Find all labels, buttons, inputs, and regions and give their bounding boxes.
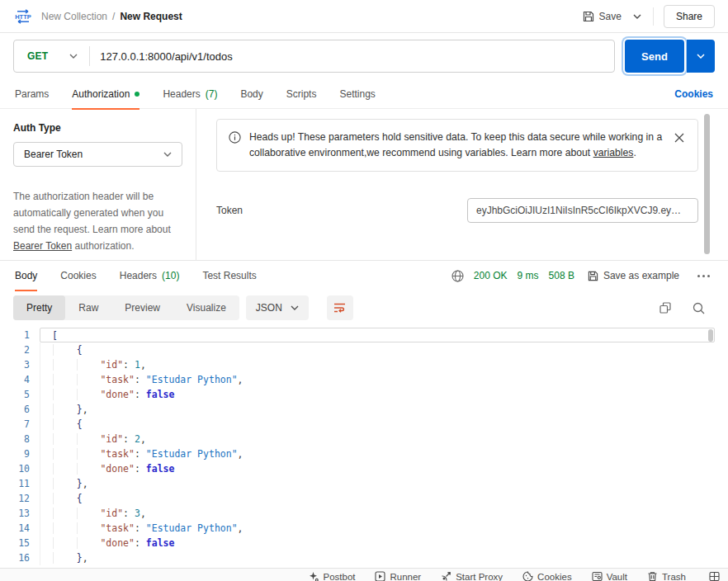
- cookies-link[interactable]: Cookies: [674, 88, 713, 100]
- save-as-example-label: Save as example: [603, 270, 679, 281]
- trash-button[interactable]: Trash: [647, 571, 686, 581]
- save-as-example-button[interactable]: Save as example: [588, 270, 679, 281]
- tab-params[interactable]: Params: [15, 79, 49, 109]
- code-line[interactable]: 4 "task": "Estudar Python",: [0, 372, 728, 387]
- line-number: 2: [0, 342, 40, 357]
- code-text: "id": 2,: [40, 432, 715, 446]
- auth-description: The authorization header will be automat…: [13, 188, 182, 254]
- auth-type-select[interactable]: Bearer Token: [13, 142, 182, 167]
- tab-authorization[interactable]: Authorization: [72, 79, 139, 109]
- wrap-lines-button[interactable]: [327, 295, 353, 320]
- response-view-toolbar: Pretty Raw Preview Visualize JSON: [0, 290, 728, 325]
- status-badge[interactable]: 200 OK: [474, 270, 508, 281]
- code-line[interactable]: 7 {: [0, 417, 728, 432]
- send-options-button[interactable]: [687, 40, 715, 73]
- authorization-panel: Auth Type Bearer Token The authorization…: [0, 109, 728, 261]
- banner-close-button[interactable]: [673, 131, 686, 144]
- code-line[interactable]: 10 "done": false: [0, 461, 728, 476]
- response-tab-headers[interactable]: Headers(10): [120, 261, 180, 290]
- line-number: 1: [0, 328, 40, 342]
- breadcrumb-collection[interactable]: New Collection: [41, 11, 107, 22]
- code-text: {: [40, 342, 715, 357]
- vault-button[interactable]: Vault: [592, 571, 627, 581]
- save-button[interactable]: Save: [583, 11, 622, 22]
- method-chevron-icon: [69, 54, 78, 59]
- code-text: "done": false: [40, 461, 715, 476]
- code-text: {: [40, 417, 715, 432]
- code-text: "task": "Estudar Python",: [40, 446, 715, 461]
- format-select[interactable]: JSON: [246, 295, 309, 320]
- view-preview[interactable]: Preview: [111, 295, 173, 320]
- code-line[interactable]: 3 "id": 1,: [0, 357, 728, 372]
- line-number: 13: [0, 506, 40, 521]
- code-line[interactable]: 15 "done": false: [0, 536, 728, 550]
- postbot-button[interactable]: Postbot: [308, 571, 355, 581]
- sensitive-data-banner: Heads up! These parameters hold sensitiv…: [216, 119, 698, 172]
- tab-body[interactable]: Body: [240, 79, 262, 109]
- tab-settings[interactable]: Settings: [339, 79, 375, 109]
- code-line[interactable]: 16 },: [0, 550, 728, 565]
- code-line[interactable]: 5 "done": false: [0, 387, 728, 402]
- code-line[interactable]: 6 },: [0, 402, 728, 417]
- response-more-options-icon[interactable]: [694, 272, 713, 281]
- code-line[interactable]: 14 "task": "Estudar Python",: [0, 521, 728, 536]
- runner-icon: [375, 571, 385, 581]
- code-text: "task": "Estudar Python",: [40, 372, 715, 387]
- tab-headers[interactable]: Headers(7): [163, 79, 217, 109]
- code-line[interactable]: 2 {: [0, 342, 728, 357]
- view-pretty[interactable]: Pretty: [13, 295, 65, 320]
- line-number: 14: [0, 521, 40, 536]
- tab-scripts[interactable]: Scripts: [286, 79, 317, 109]
- view-visualize[interactable]: Visualize: [173, 295, 239, 320]
- auth-type-label: Auth Type: [13, 122, 182, 134]
- cookies-button[interactable]: Cookies: [522, 571, 572, 581]
- token-input[interactable]: [467, 198, 698, 223]
- response-body-editor[interactable]: 1[2 {3 "id": 1,4 "task": "Estudar Python…: [0, 325, 728, 568]
- code-text: [: [40, 328, 715, 342]
- headers-count: (7): [206, 88, 218, 100]
- method-select[interactable]: GET: [14, 50, 89, 62]
- request-url-row: GET Send: [0, 33, 728, 79]
- url-input[interactable]: [90, 50, 614, 63]
- request-header: HTTP New Collection / New Request Save: [0, 0, 728, 33]
- code-text: },: [40, 402, 715, 417]
- line-number: 9: [0, 446, 40, 461]
- postbot-icon: [308, 571, 319, 581]
- network-globe-icon[interactable]: [451, 270, 464, 282]
- variables-link[interactable]: variables: [593, 147, 634, 158]
- auth-type-panel: Auth Type Bearer Token The authorization…: [0, 109, 196, 260]
- breadcrumb-request-name[interactable]: New Request: [120, 11, 182, 22]
- format-value: JSON: [256, 302, 282, 314]
- code-line[interactable]: 13 "id": 3,: [0, 506, 728, 521]
- auth-scrollbar-thumb[interactable]: [704, 114, 710, 254]
- share-button[interactable]: Share: [664, 5, 715, 28]
- response-time[interactable]: 9 ms: [518, 270, 539, 281]
- token-row: Token: [216, 198, 698, 223]
- save-icon: [583, 11, 594, 22]
- format-chevron-icon: [291, 305, 299, 310]
- auth-select-chevron-icon: [163, 152, 172, 157]
- runner-button[interactable]: Runner: [375, 571, 421, 581]
- code-line[interactable]: 9 "task": "Estudar Python",: [0, 446, 728, 461]
- save-label: Save: [599, 11, 622, 22]
- code-line[interactable]: 8 "id": 2,: [0, 432, 728, 446]
- response-size[interactable]: 508 B: [549, 270, 574, 281]
- search-response-icon[interactable]: [693, 302, 705, 314]
- code-text: "done": false: [40, 536, 715, 550]
- code-line[interactable]: 1[: [0, 328, 728, 342]
- code-text: "done": false: [40, 387, 715, 402]
- code-line[interactable]: 12 {: [0, 491, 728, 506]
- save-options-chevron[interactable]: [630, 11, 645, 22]
- response-tab-cookies[interactable]: Cookies: [60, 261, 96, 290]
- response-tab-test-results[interactable]: Test Results: [202, 261, 256, 290]
- send-button[interactable]: Send: [625, 40, 684, 73]
- panel-toggle-button[interactable]: [709, 571, 720, 581]
- view-raw[interactable]: Raw: [65, 295, 111, 320]
- copy-response-icon[interactable]: [659, 302, 671, 314]
- code-line[interactable]: 11 },: [0, 476, 728, 491]
- response-tab-body[interactable]: Body: [15, 261, 37, 290]
- bearer-token-link[interactable]: Bearer Token: [13, 240, 72, 252]
- start-proxy-button[interactable]: Start Proxy: [441, 571, 503, 581]
- code-scrollbar-thumb[interactable]: [708, 329, 713, 342]
- postman-app: HTTP New Collection / New Request Save: [0, 0, 728, 581]
